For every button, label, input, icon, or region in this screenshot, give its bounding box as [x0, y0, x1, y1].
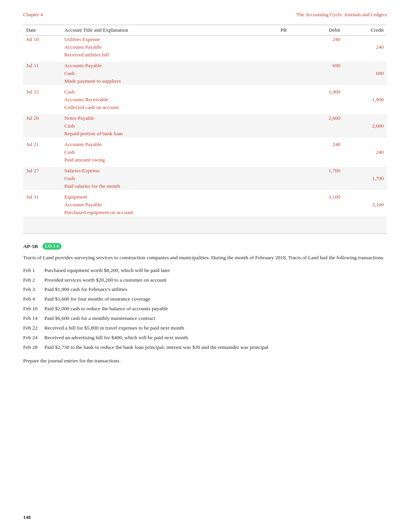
spacer-row — [23, 190, 387, 193]
entry-account: Utilities Expense — [61, 36, 267, 44]
table-header-row: Date Account Title and Explanation PR De… — [23, 25, 387, 36]
entry-pr — [268, 141, 300, 148]
entry-account: Repaid portion of bank loan — [61, 130, 267, 138]
entry-debit — [300, 148, 343, 156]
entry-credit — [343, 193, 387, 201]
table-row: Accounts Payable240 — [23, 43, 387, 51]
tx-desc: Received a bill for $5,800 in travel exp… — [44, 324, 387, 332]
table-row: Accounts Payable3,100 — [23, 201, 387, 209]
entry-pr — [268, 130, 300, 138]
tx-desc: Purchased equipment worth $8,200, which … — [44, 267, 387, 275]
ap-intro: Tracts of Land provides surveying servic… — [23, 253, 387, 262]
table-row: Accounts Receivable1,900 — [23, 96, 387, 104]
list-item: Feb 28Paid $2,730 to the bank to reduce … — [23, 343, 387, 352]
entry-account: Accounts Payable — [61, 62, 267, 70]
entry-credit — [343, 104, 387, 111]
entry-credit: 3,100 — [343, 201, 387, 209]
entry-date — [23, 96, 61, 104]
table-row: Jul 15Cash1,900 — [23, 88, 387, 96]
entry-pr — [268, 175, 300, 182]
tx-date: Feb 2 — [23, 276, 44, 284]
entry-pr — [268, 70, 300, 77]
entry-debit: 690 — [300, 62, 343, 70]
entry-date: Jul 15 — [23, 88, 61, 96]
list-item: Feb 3Paid $1,900 cash for February's uti… — [23, 286, 387, 294]
tx-desc: Received an advertising bill for $400, w… — [44, 334, 387, 342]
entry-account: Cash — [61, 70, 267, 77]
entry-account: Salaries Expense — [61, 167, 267, 175]
entry-credit — [343, 77, 387, 85]
entry-credit: 2,600 — [343, 122, 387, 130]
entry-account: Purchased equipment on account — [61, 209, 267, 216]
entry-credit — [343, 36, 387, 44]
entry-credit — [343, 88, 387, 96]
entry-date — [23, 122, 61, 130]
entry-date — [23, 148, 61, 156]
entry-account: Accounts Payable — [61, 43, 267, 51]
entry-date: Jul 31 — [23, 193, 61, 201]
list-item: Feb 24Received an advertising bill for $… — [23, 334, 387, 342]
col-debit: Debit — [300, 25, 343, 36]
spacer-row — [23, 111, 387, 114]
table-row: Jul 11Accounts Payable690 — [23, 62, 387, 70]
entry-debit: 1,700 — [300, 167, 343, 175]
spacer-row — [23, 59, 387, 62]
entry-date — [23, 77, 61, 85]
entry-pr — [268, 62, 300, 70]
entry-debit: 3,100 — [300, 193, 343, 201]
list-item: Feb 10Paid $2,000 cash to reduce the bal… — [23, 305, 387, 313]
tx-date: Feb 24 — [23, 334, 44, 342]
entry-debit — [300, 209, 343, 216]
table-row: Cash2,600 — [23, 122, 387, 130]
entry-account: Paid amount owing — [61, 156, 267, 164]
entry-account: Accounts Payable — [61, 201, 267, 209]
page-number: 148 — [23, 514, 31, 520]
entry-credit — [343, 156, 387, 164]
tx-desc: Paid $1,600 for four months of insurance… — [44, 295, 387, 303]
entry-credit — [343, 182, 387, 190]
list-item: Feb 22Received a bill for $5,800 in trav… — [23, 324, 387, 332]
journal-table: Date Account Title and Explanation PR De… — [23, 25, 387, 234]
entry-debit: 1,900 — [300, 88, 343, 96]
empty-row — [23, 216, 387, 225]
empty-row — [23, 225, 387, 233]
entry-debit: 240 — [300, 141, 343, 148]
table-row: Jul 10Utilities Expense240 — [23, 36, 387, 44]
table-row: Cash240 — [23, 148, 387, 156]
spacer-row — [23, 164, 387, 167]
entry-debit — [300, 43, 343, 51]
entry-debit — [300, 201, 343, 209]
entry-pr — [268, 156, 300, 164]
entry-pr — [268, 36, 300, 44]
entry-pr — [268, 167, 300, 175]
entry-account: Notes Payable — [61, 114, 267, 122]
table-row: Paid salaries for the month — [23, 182, 387, 190]
entry-account: Accounts Payable — [61, 141, 267, 148]
entry-date: Jul 21 — [23, 141, 61, 148]
entry-pr — [268, 193, 300, 201]
entry-credit — [343, 209, 387, 216]
entry-date — [23, 130, 61, 138]
entry-credit — [343, 51, 387, 59]
entry-account: Cash — [61, 175, 267, 182]
entry-credit: 690 — [343, 70, 387, 77]
entry-pr — [268, 43, 300, 51]
lo-text — [39, 243, 41, 250]
tx-desc: Paid $6,600 cash for a monthly maintenan… — [44, 314, 387, 323]
tx-date: Feb 22 — [23, 324, 44, 332]
entry-debit — [300, 104, 343, 111]
list-item: Feb 14Paid $6,600 cash for a monthly mai… — [23, 314, 387, 323]
entry-account: Collected cash on account — [61, 104, 267, 111]
entry-credit — [343, 130, 387, 138]
entry-debit — [300, 77, 343, 85]
entry-account: Made payment to suppliers — [61, 77, 267, 85]
entry-credit: 1,900 — [343, 96, 387, 104]
tx-date: Feb 1 — [23, 267, 44, 275]
entry-debit: 240 — [300, 36, 343, 44]
entry-credit: 1,700 — [343, 175, 387, 182]
tx-date: Feb 14 — [23, 314, 44, 323]
entry-pr — [268, 148, 300, 156]
entry-date — [23, 209, 61, 216]
entry-date — [23, 156, 61, 164]
entry-account: Paid salaries for the month — [61, 182, 267, 190]
